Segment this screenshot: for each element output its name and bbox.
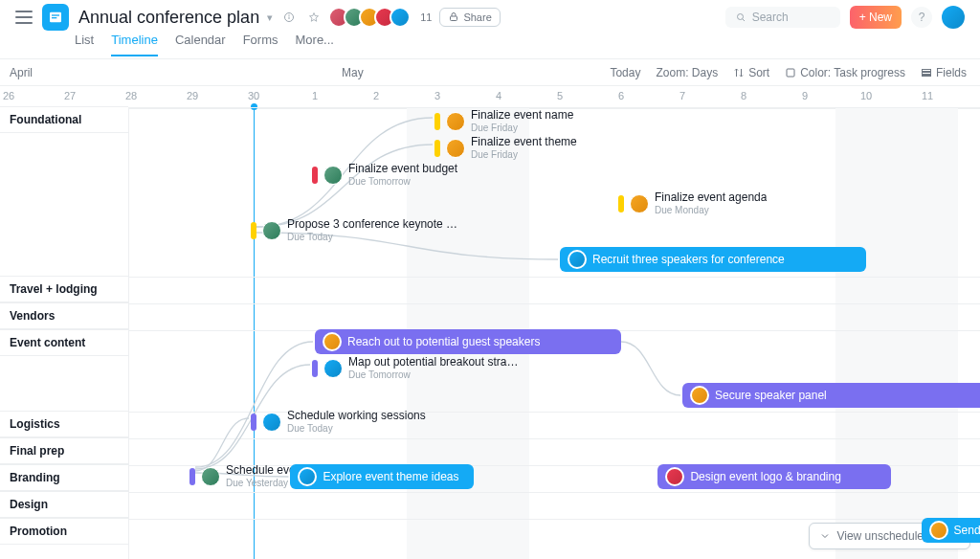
share-button[interactable]: Share bbox=[439, 8, 500, 27]
svg-point-8 bbox=[737, 14, 743, 20]
task-due: Due Monday bbox=[655, 205, 767, 215]
assignee-avatar bbox=[929, 521, 948, 540]
chevron-down-icon[interactable]: ▾ bbox=[267, 11, 273, 24]
task-m7[interactable]: Map out potential breakout strategy top.… bbox=[312, 356, 521, 380]
svg-rect-2 bbox=[52, 17, 56, 18]
section-design[interactable]: Design bbox=[0, 491, 128, 518]
assignee-avatar bbox=[446, 112, 465, 131]
tab-forms[interactable]: Forms bbox=[243, 33, 278, 55]
fields-button[interactable]: Fields bbox=[921, 66, 967, 79]
zoom-select[interactable]: Zoom: Days bbox=[656, 66, 718, 79]
svg-marker-6 bbox=[310, 13, 319, 22]
task-title: Reach out to potential guest speakers bbox=[347, 335, 540, 348]
assignee-avatar bbox=[201, 467, 220, 486]
task-title: Secure speaker panel bbox=[715, 389, 827, 402]
assignee-avatar bbox=[690, 386, 709, 405]
search-input[interactable]: Search bbox=[725, 7, 840, 28]
color-select[interactable]: Color: Task progress bbox=[785, 66, 905, 79]
section-logistics[interactable]: Logistics bbox=[0, 411, 128, 437]
date-header: 1 bbox=[312, 90, 318, 101]
tab-calendar[interactable]: Calendar bbox=[175, 33, 226, 55]
date-header: 2 bbox=[373, 90, 379, 101]
star-icon[interactable] bbox=[305, 9, 323, 26]
status-pill bbox=[434, 113, 440, 130]
section-event-content[interactable]: Event content bbox=[0, 329, 128, 356]
date-header: 10 bbox=[860, 90, 872, 101]
task-title: Explore event theme ideas bbox=[323, 470, 458, 483]
assignee-avatar bbox=[323, 332, 342, 351]
section-vendors[interactable]: Vendors bbox=[0, 302, 128, 329]
task-due: Due Today bbox=[287, 423, 426, 434]
today-button[interactable]: Today bbox=[610, 66, 640, 79]
help-button[interactable]: ? bbox=[911, 7, 932, 28]
task-bar-b2[interactable]: Reach out to potential guest speakers bbox=[315, 329, 621, 354]
task-m5[interactable]: Propose 3 conference keynote ideasDue To… bbox=[251, 218, 459, 242]
task-due: Due Friday bbox=[471, 123, 573, 133]
status-pill bbox=[434, 140, 440, 157]
task-due: Due Friday bbox=[471, 149, 577, 160]
status-pill bbox=[312, 167, 318, 184]
section-travel-lodging[interactable]: Travel + lodging bbox=[0, 276, 128, 302]
task-title: Send save the da bbox=[954, 524, 980, 537]
task-bar-b6[interactable]: Send save the da bbox=[922, 518, 980, 543]
tab-timeline[interactable]: Timeline bbox=[111, 33, 158, 56]
assignee-avatar bbox=[298, 467, 317, 486]
date-header: 11 bbox=[922, 90, 933, 101]
task-m2[interactable]: Finalize event themeDue Friday bbox=[434, 136, 577, 160]
date-header: 29 bbox=[187, 90, 198, 101]
task-title: Design event logo & branding bbox=[690, 470, 840, 483]
svg-rect-11 bbox=[922, 69, 930, 71]
svg-line-9 bbox=[742, 19, 744, 21]
status-pill bbox=[251, 414, 256, 431]
assignee-avatar bbox=[262, 413, 281, 432]
date-header: 6 bbox=[618, 90, 624, 101]
task-bar-b5[interactable]: Design event logo & branding bbox=[657, 464, 890, 489]
info-icon[interactable] bbox=[280, 9, 298, 26]
section-foundational[interactable]: Foundational bbox=[0, 106, 128, 133]
date-header: 28 bbox=[125, 90, 137, 101]
svg-rect-13 bbox=[922, 75, 930, 76]
month-label: May bbox=[342, 66, 364, 79]
svg-point-5 bbox=[289, 15, 290, 16]
status-pill bbox=[618, 195, 624, 212]
task-title: Finalize event agenda bbox=[655, 191, 767, 204]
section-branding[interactable]: Branding bbox=[0, 464, 128, 491]
sort-button[interactable]: Sort bbox=[733, 66, 769, 79]
task-title: Finalize event name bbox=[471, 109, 573, 122]
date-header: 26 bbox=[3, 90, 14, 101]
task-title: Propose 3 conference keynote ideas bbox=[287, 218, 459, 231]
task-title: Map out potential breakout strategy top.… bbox=[348, 356, 521, 369]
search-placeholder: Search bbox=[752, 11, 789, 24]
task-title: Recruit three speakers for conference bbox=[592, 253, 785, 266]
task-due: Due Tomorrow bbox=[348, 176, 457, 187]
task-bar-b4[interactable]: Explore event theme ideas bbox=[290, 464, 474, 489]
task-m8[interactable]: Schedule working sessionsDue Today bbox=[251, 410, 426, 434]
section-final-prep[interactable]: Final prep bbox=[0, 437, 128, 464]
task-due: Due Tomorrow bbox=[348, 369, 521, 380]
task-m1[interactable]: Finalize event nameDue Friday bbox=[434, 109, 573, 133]
project-icon[interactable] bbox=[42, 4, 69, 31]
task-m3[interactable]: Finalize event budgetDue Tomorrow bbox=[312, 163, 457, 187]
section-promotion[interactable]: Promotion bbox=[0, 518, 128, 545]
task-bar-b3[interactable]: Secure speaker panel bbox=[682, 383, 980, 408]
new-button[interactable]: + New bbox=[850, 6, 902, 29]
menu-icon[interactable] bbox=[15, 11, 33, 24]
date-header: 27 bbox=[64, 90, 76, 101]
assignee-avatar bbox=[323, 359, 343, 378]
user-avatar[interactable] bbox=[942, 6, 965, 29]
status-pill bbox=[251, 222, 256, 239]
task-due: Due Today bbox=[287, 232, 459, 242]
task-bar-b1[interactable]: Recruit three speakers for conference bbox=[560, 247, 866, 272]
date-header: 3 bbox=[434, 90, 440, 101]
tab-more[interactable]: More... bbox=[296, 33, 334, 55]
svg-rect-1 bbox=[52, 14, 59, 15]
members-avatars[interactable] bbox=[334, 7, 411, 28]
svg-rect-12 bbox=[922, 72, 930, 74]
task-title: Finalize event budget bbox=[348, 163, 457, 175]
assignee-avatar bbox=[630, 194, 649, 213]
date-header: 8 bbox=[741, 90, 746, 101]
task-m4[interactable]: Finalize event agendaDue Monday bbox=[618, 191, 767, 215]
tab-list[interactable]: List bbox=[75, 33, 94, 55]
date-header: 30 bbox=[248, 90, 259, 101]
assignee-avatar bbox=[568, 250, 587, 269]
